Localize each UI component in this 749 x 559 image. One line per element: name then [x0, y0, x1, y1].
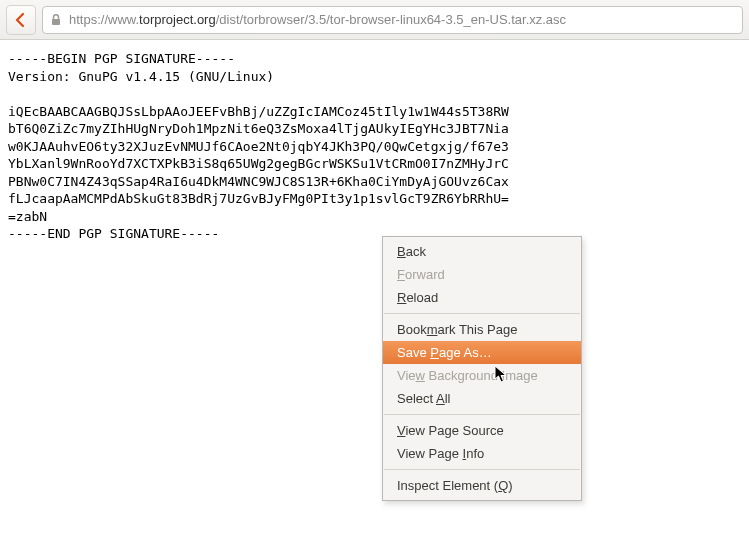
- menu-back[interactable]: Back: [383, 240, 581, 263]
- url-text: https://www.torproject.org/dist/torbrows…: [69, 12, 736, 27]
- browser-toolbar: https://www.torproject.org/dist/torbrows…: [0, 0, 749, 40]
- menu-select-all[interactable]: Select All: [383, 387, 581, 410]
- menu-save-page-as[interactable]: Save Page As…: [383, 341, 581, 364]
- url-path: /dist/torbrowser/3.5/tor-browser-linux64…: [216, 12, 566, 27]
- pgp-end: -----END PGP SIGNATURE-----: [8, 226, 219, 241]
- menu-separator: [384, 469, 580, 470]
- pgp-version: Version: GnuPG v1.4.15 (GNU/Linux): [8, 69, 274, 84]
- url-host: torproject.org: [139, 12, 216, 27]
- pgp-line: w0KJAAuhvEO6ty32XJuzEvNMUJf6CAoe2Nt0jqbY…: [8, 139, 509, 154]
- page-content: -----BEGIN PGP SIGNATURE----- Version: G…: [0, 40, 749, 253]
- pgp-tail: =zabN: [8, 209, 47, 224]
- url-scheme: https://www.: [69, 12, 139, 27]
- pgp-line: bT6Q0ZiZc7myZIhHUgNryDoh1MpzNit6eQ3ZsMox…: [8, 121, 509, 136]
- menu-forward-rest: orward: [405, 267, 445, 282]
- svg-rect-0: [52, 19, 60, 25]
- menu-view-source[interactable]: View Page Source: [383, 419, 581, 442]
- menu-separator: [384, 414, 580, 415]
- pgp-begin: -----BEGIN PGP SIGNATURE-----: [8, 51, 235, 66]
- back-arrow-icon: [13, 12, 29, 28]
- context-menu: Back Forward Reload Bookmark This Page S…: [382, 236, 582, 501]
- pgp-line: fLJcaapAaMCMPdAbSkuGt83BdRj7UzGvBJyFMg0P…: [8, 191, 509, 206]
- menu-view-info[interactable]: View Page Info: [383, 442, 581, 465]
- pgp-line: PBNw0C7IN4Z43qSSap4RaI6u4DkM4WNC9WJC8S13…: [8, 174, 509, 189]
- lock-icon: [49, 13, 63, 27]
- pgp-line: YbLXanl9WnRooYd7XCTXPkB3iS8q65UWg2gegBGc…: [8, 156, 509, 171]
- pgp-line: iQEcBAABCAAGBQJSsLbpAAoJEEFvBhBj/uZZgIcI…: [8, 104, 509, 119]
- menu-reload[interactable]: Reload: [383, 286, 581, 309]
- back-button[interactable]: [6, 5, 36, 35]
- menu-inspect[interactable]: Inspect Element (Q): [383, 474, 581, 497]
- menu-back-rest: ack: [406, 244, 426, 259]
- url-bar[interactable]: https://www.torproject.org/dist/torbrows…: [42, 6, 743, 34]
- menu-separator: [384, 313, 580, 314]
- menu-bookmark[interactable]: Bookmark This Page: [383, 318, 581, 341]
- menu-view-bg-image: View Background Image: [383, 364, 581, 387]
- menu-reload-rest: eload: [406, 290, 438, 305]
- menu-forward: Forward: [383, 263, 581, 286]
